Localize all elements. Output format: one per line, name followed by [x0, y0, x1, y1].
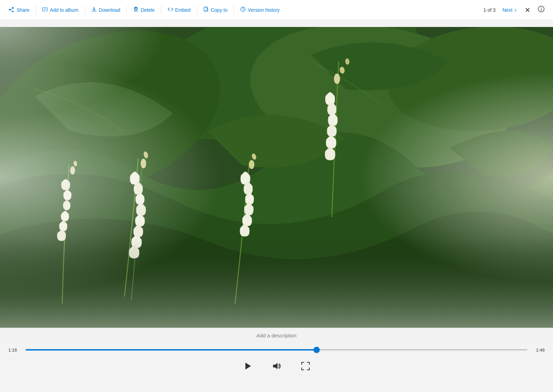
progress-fill	[26, 349, 317, 351]
progress-section: 1:16 1:46	[0, 343, 553, 357]
embed-button[interactable]: Embed	[164, 4, 194, 16]
share-icon	[9, 7, 15, 13]
version-history-label: Version history	[248, 7, 280, 13]
svg-marker-29	[273, 363, 278, 369]
download-icon	[91, 7, 97, 13]
fullscreen-icon	[301, 362, 310, 373]
separator-6	[234, 6, 234, 14]
download-button[interactable]: Download	[88, 4, 124, 16]
description-bar[interactable]: Add a description	[0, 328, 553, 343]
time-total: 1:46	[531, 347, 545, 353]
separator-2	[85, 6, 85, 14]
play-icon	[243, 361, 252, 373]
time-current: 1:16	[8, 347, 22, 353]
svg-marker-28	[245, 363, 251, 370]
main-content: Add a description 1:16 1:46	[0, 20, 553, 392]
add-to-album-icon	[42, 7, 48, 13]
svg-point-7	[541, 8, 542, 8]
next-label: Next	[503, 7, 513, 13]
fullscreen-button[interactable]	[298, 360, 313, 375]
add-to-album-label: Add to album	[50, 7, 78, 13]
separator-4	[161, 6, 161, 14]
volume-icon	[272, 361, 281, 373]
version-history-button[interactable]: Version history	[237, 4, 283, 16]
delete-label: Delete	[141, 7, 154, 13]
next-button[interactable]: Next ›	[499, 5, 520, 15]
close-button[interactable]: ✕	[521, 4, 534, 16]
description-text: Add a description	[256, 333, 297, 338]
svg-rect-2	[134, 8, 138, 8]
download-label: Download	[99, 7, 120, 13]
share-label: Share	[17, 7, 29, 13]
copy-to-button[interactable]: Copy to	[200, 4, 231, 16]
volume-button[interactable]	[269, 360, 284, 375]
svg-rect-1	[135, 7, 137, 8]
nav-count-label: 1 of 3	[484, 7, 496, 13]
svg-rect-27	[0, 27, 553, 328]
svg-rect-4	[204, 7, 207, 11]
separator-1	[36, 6, 36, 14]
copy-to-icon	[203, 7, 209, 13]
delete-button[interactable]: Delete	[130, 4, 158, 16]
embed-icon	[168, 7, 173, 13]
separator-3	[126, 6, 127, 14]
info-icon	[538, 6, 545, 14]
next-chevron-icon: ›	[515, 7, 516, 13]
svg-rect-8	[541, 9, 542, 11]
nav-counter: 1 of 3	[484, 7, 498, 13]
copy-to-label: Copy to	[211, 7, 227, 13]
toolbar: Share Add to album Download Delete Embed	[0, 0, 553, 20]
controls-section	[0, 357, 553, 377]
version-history-icon	[240, 7, 246, 13]
video-scene	[0, 27, 553, 328]
progress-thumb[interactable]	[313, 347, 320, 353]
info-button[interactable]	[535, 4, 547, 16]
add-to-album-button[interactable]: Add to album	[39, 4, 82, 16]
embed-label: Embed	[175, 7, 190, 13]
separator-5	[197, 6, 197, 14]
close-icon: ✕	[525, 6, 531, 14]
share-button[interactable]: Share	[6, 4, 33, 16]
progress-track[interactable]	[26, 349, 527, 351]
media-container[interactable]	[0, 27, 553, 328]
play-button[interactable]	[240, 360, 255, 375]
delete-icon	[133, 7, 139, 13]
